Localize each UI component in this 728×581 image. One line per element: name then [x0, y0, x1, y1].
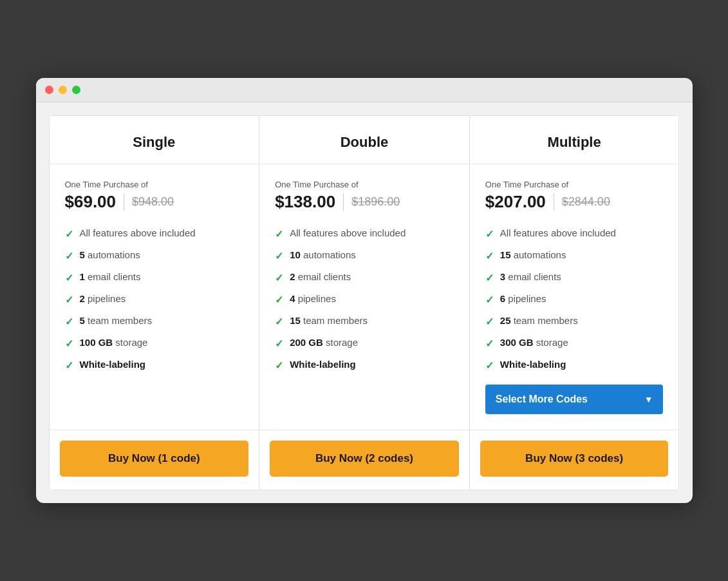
feature-text: All features above included: [500, 227, 616, 238]
price-label-multiple: One Time Purchase of: [485, 180, 664, 189]
list-item: ✓5 team members: [65, 315, 244, 328]
buy-button-double[interactable]: Buy Now (2 codes): [270, 441, 459, 477]
check-icon: ✓: [65, 359, 73, 372]
feature-text: 25 team members: [500, 315, 578, 326]
check-icon: ✓: [275, 228, 283, 240]
buy-button-multiple[interactable]: Buy Now (3 codes): [480, 441, 669, 477]
app-window: SingleOne Time Purchase of$69.00$948.00✓…: [36, 78, 693, 503]
select-more-codes-button[interactable]: Select More Codes▼: [485, 385, 664, 414]
list-item: ✓White-labeling: [65, 359, 244, 372]
plan-header-double: Double: [259, 116, 469, 164]
check-icon: ✓: [485, 250, 494, 262]
price-original-double: $1896.00: [351, 195, 400, 209]
plan-multiple: MultipleOne Time Purchase of$207.00$2844…: [469, 115, 680, 490]
check-icon: ✓: [275, 338, 283, 350]
price-original-multiple: $2844.00: [562, 195, 610, 209]
check-icon: ✓: [485, 316, 494, 328]
feature-text: All features above included: [290, 227, 406, 238]
feature-text: White-labeling: [290, 359, 356, 370]
titlebar: [36, 78, 693, 102]
check-icon: ✓: [65, 272, 73, 284]
select-more-codes-label: Select More Codes: [496, 394, 588, 405]
feature-text: 5 team members: [80, 315, 153, 326]
price-row-multiple: $207.00$2844.00: [485, 192, 664, 212]
list-item: ✓2 email clients: [275, 271, 454, 284]
close-button[interactable]: [45, 86, 53, 94]
plans-grid: SingleOne Time Purchase of$69.00$948.00✓…: [49, 115, 680, 490]
check-icon: ✓: [65, 338, 73, 350]
minimize-button[interactable]: [59, 86, 67, 94]
price-divider-double: [343, 193, 344, 211]
feature-text: 5 automations: [80, 249, 140, 260]
pricing-content: SingleOne Time Purchase of$69.00$948.00✓…: [49, 115, 680, 490]
check-icon: ✓: [275, 359, 283, 372]
features-list-double: ✓All features above included✓10 automati…: [275, 227, 454, 414]
feature-text: 300 GB storage: [500, 337, 568, 348]
features-list-single: ✓All features above included✓5 automatio…: [65, 227, 244, 414]
check-icon: ✓: [485, 294, 494, 306]
feature-text: 1 email clients: [80, 271, 141, 282]
price-current-double: $138.00: [275, 192, 335, 212]
list-item: ✓White-labeling: [485, 359, 664, 372]
check-icon: ✓: [65, 250, 73, 262]
maximize-button[interactable]: [72, 86, 80, 94]
check-icon: ✓: [275, 294, 283, 306]
plan-footer-multiple: Buy Now (3 codes): [470, 430, 679, 490]
price-row-single: $69.00$948.00: [65, 192, 244, 212]
chevron-down-icon: ▼: [644, 394, 653, 405]
check-icon: ✓: [275, 316, 283, 328]
plan-header-single: Single: [50, 116, 259, 164]
plan-footer-double: Buy Now (2 codes): [259, 430, 469, 490]
plan-double: DoubleOne Time Purchase of$138.00$1896.0…: [259, 115, 469, 490]
features-list-multiple: ✓All features above included✓15 automati…: [485, 227, 664, 372]
list-item: ✓300 GB storage: [485, 337, 664, 350]
list-item: ✓15 automations: [485, 249, 664, 262]
list-item: ✓25 team members: [485, 315, 664, 328]
price-row-double: $138.00$1896.00: [275, 192, 454, 212]
feature-text: 200 GB storage: [290, 337, 358, 348]
feature-text: 15 automations: [500, 249, 566, 260]
check-icon: ✓: [275, 250, 283, 262]
buy-button-single[interactable]: Buy Now (1 code): [60, 441, 249, 477]
list-item: ✓2 pipelines: [65, 293, 244, 306]
feature-text: 2 email clients: [290, 271, 351, 282]
feature-text: White-labeling: [500, 359, 566, 370]
list-item: ✓4 pipelines: [275, 293, 454, 306]
price-label-double: One Time Purchase of: [275, 180, 454, 189]
plan-body-double: One Time Purchase of$138.00$1896.00✓All …: [259, 164, 469, 430]
check-icon: ✓: [485, 359, 494, 372]
plan-footer-single: Buy Now (1 code): [50, 430, 259, 490]
check-icon: ✓: [65, 228, 73, 240]
plan-header-multiple: Multiple: [470, 116, 679, 164]
check-icon: ✓: [485, 338, 494, 350]
check-icon: ✓: [485, 228, 494, 240]
list-item: ✓100 GB storage: [65, 337, 244, 350]
list-item: ✓3 email clients: [485, 271, 664, 284]
list-item: ✓All features above included: [275, 227, 454, 240]
feature-text: 6 pipelines: [500, 293, 546, 304]
feature-text: White-labeling: [80, 359, 146, 370]
list-item: ✓10 automations: [275, 249, 454, 262]
feature-text: All features above included: [80, 227, 196, 238]
list-item: ✓White-labeling: [275, 359, 454, 372]
plan-body-single: One Time Purchase of$69.00$948.00✓All fe…: [50, 164, 259, 430]
price-divider-multiple: [554, 193, 554, 211]
check-icon: ✓: [65, 316, 73, 328]
price-label-single: One Time Purchase of: [65, 180, 244, 189]
list-item: ✓15 team members: [275, 315, 454, 328]
feature-text: 10 automations: [290, 249, 356, 260]
check-icon: ✓: [485, 272, 494, 284]
plan-name-single: Single: [65, 134, 244, 151]
price-divider-single: [124, 193, 124, 211]
list-item: ✓200 GB storage: [275, 337, 454, 350]
list-item: ✓5 automations: [65, 249, 244, 262]
check-icon: ✓: [275, 272, 283, 284]
feature-text: 15 team members: [290, 315, 368, 326]
check-icon: ✓: [65, 294, 73, 306]
list-item: ✓All features above included: [485, 227, 664, 240]
list-item: ✓1 email clients: [65, 271, 244, 284]
list-item: ✓All features above included: [65, 227, 244, 240]
price-original-single: $948.00: [132, 195, 174, 209]
price-current-single: $69.00: [65, 192, 117, 212]
list-item: ✓6 pipelines: [485, 293, 664, 306]
